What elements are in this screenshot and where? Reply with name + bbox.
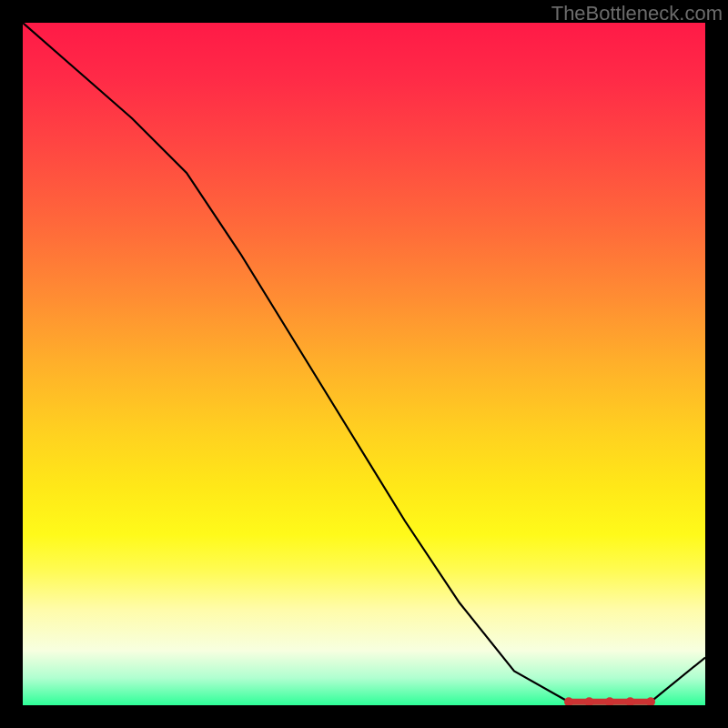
chart-container: TheBottleneck.com [0, 0, 728, 728]
marker-cluster [564, 697, 655, 705]
marker-point [605, 697, 614, 705]
marker-point [585, 697, 594, 705]
marker-point [564, 697, 573, 705]
watermark-text: TheBottleneck.com [551, 2, 723, 25]
marker-point [626, 697, 635, 705]
chart-overlay [23, 23, 705, 705]
bottleneck-curve [23, 23, 705, 702]
